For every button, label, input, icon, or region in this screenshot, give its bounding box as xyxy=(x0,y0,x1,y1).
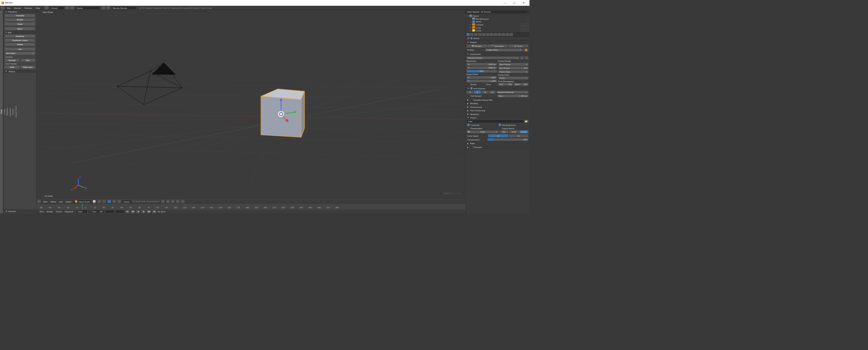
depth-16[interactable]: 16 xyxy=(508,134,529,137)
color-rgb[interactable]: RGB xyxy=(509,130,519,134)
render-presets-dropdown[interactable]: Render Presets⋮ xyxy=(467,56,520,59)
play-reverse-button[interactable]: ◀ xyxy=(136,210,140,213)
outliner-node-lamp[interactable]: ▸Lamp xyxy=(466,29,529,32)
outliner-tree[interactable]: ▾SceneRenderLayersWorld▸Camera▸Cube▸Lamp xyxy=(466,14,529,32)
menu-file[interactable]: File xyxy=(6,6,12,9)
layer-icon[interactable] xyxy=(526,18,529,20)
tab-physics[interactable]: Physics xyxy=(12,10,15,213)
outliner-node-camera[interactable]: ▸Camera xyxy=(466,23,529,26)
renderable-icon[interactable] xyxy=(526,29,529,32)
manipulator-toggle[interactable] xyxy=(102,200,106,203)
selectable-icon[interactable] xyxy=(523,26,526,28)
menu-render[interactable]: Render xyxy=(13,6,22,9)
aa-filter-dropdown[interactable]: Mitchell-Netravali⋮ xyxy=(496,91,529,94)
snap-icon[interactable] xyxy=(166,200,170,203)
viewport-3d[interactable]: User Persp xyxy=(36,10,465,199)
viewmenu-object[interactable]: Object xyxy=(65,200,73,203)
add-preset-button[interactable]: + xyxy=(520,56,524,59)
close-button[interactable]: ✕ xyxy=(519,0,528,6)
start-frame-field[interactable]: Start:1 xyxy=(77,210,90,213)
aa-16[interactable]: 16 xyxy=(489,91,496,94)
output-path-field[interactable]: /tmp\ xyxy=(467,120,524,123)
tab-tools[interactable]: Tools xyxy=(0,10,3,213)
aspect-y-field[interactable]: Y:1.000 xyxy=(467,79,497,82)
editor-type-icon[interactable] xyxy=(1,6,4,9)
render-preview-icon[interactable] xyxy=(176,200,180,203)
tab-create[interactable]: Create xyxy=(3,10,6,213)
back-button[interactable] xyxy=(45,6,48,9)
tab-physics-icon[interactable] xyxy=(509,33,513,36)
start-frame-prop[interactable]: Start Frame:1 xyxy=(498,63,529,66)
selectable-icon[interactable] xyxy=(523,29,526,32)
tab-world-icon[interactable] xyxy=(478,33,482,36)
remap-new-field[interactable]: New:100 xyxy=(513,83,529,86)
outliner-node-cube[interactable]: ▸Cube xyxy=(466,26,529,29)
compression-field[interactable]: 15% xyxy=(487,138,529,141)
data-layout-button[interactable]: Data Layo xyxy=(20,65,35,69)
aa-11[interactable]: 11 xyxy=(481,91,489,94)
viewmenu-view[interactable]: View xyxy=(42,200,48,203)
tab-texture-icon[interactable] xyxy=(501,33,505,36)
visibility-icon[interactable] xyxy=(520,26,523,28)
pin-icon[interactable]: 📌 xyxy=(467,37,469,40)
visibility-icon[interactable] xyxy=(520,23,523,26)
output-panel-header[interactable]: ▼Output xyxy=(466,116,529,119)
fileext-checkbox[interactable] xyxy=(498,124,501,126)
overwrite-checkbox[interactable] xyxy=(467,124,470,126)
scene-dropdown[interactable]: Scene xyxy=(75,6,100,9)
maximize-button[interactable]: ☐ xyxy=(510,0,519,6)
aa-8[interactable]: 8 xyxy=(474,91,481,94)
tlmenu-view[interactable]: View xyxy=(38,210,44,213)
viewmenu-add[interactable]: Add xyxy=(58,200,64,203)
shading-solid-icon[interactable] xyxy=(92,200,96,203)
outliner-search[interactable]: Search xyxy=(473,11,479,13)
res-x-field[interactable]: X:1920 px xyxy=(467,63,497,66)
res-percent-field[interactable]: 50% xyxy=(467,70,497,73)
snap-type-icon[interactable] xyxy=(171,200,175,203)
layer-buttons[interactable] xyxy=(132,200,160,202)
tlmenu-playback[interactable]: Playback xyxy=(64,210,74,213)
render-button[interactable]: 🖼Render xyxy=(467,44,487,48)
tlmenu-frame[interactable]: Frame xyxy=(55,210,63,213)
add-scene-button[interactable] xyxy=(101,6,105,9)
metadata-panel-header[interactable]: ▶Metadata xyxy=(466,113,529,116)
copy-pose-icon[interactable] xyxy=(181,200,185,203)
color-bw[interactable]: BW xyxy=(499,130,509,134)
res-y-field[interactable]: Y:1080 px xyxy=(467,66,497,69)
file-format-dropdown[interactable]: 🖼PNG⋮ xyxy=(467,130,499,133)
jump-start-button[interactable]: ⏮ xyxy=(125,210,130,213)
display-dropdown[interactable]: Image Editor⋮ xyxy=(485,48,523,52)
aa-size-field[interactable]: Size:1.000 px xyxy=(497,94,529,97)
cache-checkbox[interactable] xyxy=(498,127,501,130)
outliner-node-scene[interactable]: ▾Scene xyxy=(466,15,529,18)
end-frame-prop[interactable]: End Frame:250 xyxy=(498,66,529,70)
renderable-icon[interactable] xyxy=(526,26,529,28)
bake-panel-header[interactable]: ▶Bake xyxy=(466,142,529,145)
full-sample-checkbox[interactable] xyxy=(467,95,470,97)
minimize-button[interactable]: — xyxy=(500,0,510,6)
tab-material-icon[interactable] xyxy=(498,33,501,36)
current-frame-field[interactable]: 1 xyxy=(105,210,124,213)
aa-enable-checkbox[interactable] xyxy=(470,87,473,90)
orientation-dropdown[interactable]: Global xyxy=(122,200,131,203)
play-button[interactable]: ▶ xyxy=(141,210,145,213)
outliner-filter-dropdown[interactable]: All Scenes xyxy=(480,11,528,14)
placeholders-checkbox[interactable] xyxy=(467,127,470,130)
end-frame-field[interactable]: End:250 xyxy=(91,210,104,213)
tab-constraints-icon[interactable] xyxy=(486,33,490,36)
engine-dropdown[interactable]: Blender Render xyxy=(111,6,136,9)
flat-button[interactable]: Flat xyxy=(20,59,35,62)
menu-help[interactable]: Help xyxy=(35,6,41,9)
tab-modifiers-icon[interactable] xyxy=(490,33,493,36)
frame-step-prop[interactable]: Frame Step:1 xyxy=(498,70,529,73)
screen-layout-dropdown[interactable]: Default xyxy=(50,6,64,9)
aspect-x-field[interactable]: X:1.000 xyxy=(467,76,497,79)
aa-panel-header[interactable]: ▼Anti-Aliasing xyxy=(466,87,529,90)
mode-dropdown[interactable]: Object Mode xyxy=(74,200,91,203)
sampled motion blur-panel-header[interactable]: ▶Sampled Motion Blur xyxy=(466,98,529,102)
remove-preset-button[interactable]: − xyxy=(525,56,529,59)
remap-old-field[interactable]: Old:100 xyxy=(498,83,513,86)
tlmenu-marker[interactable]: Marker xyxy=(46,210,54,213)
timeline-area[interactable]: -50-40-30-20-100102030405060708090100110… xyxy=(36,203,465,209)
editor-type-3dview-icon[interactable] xyxy=(37,200,41,203)
